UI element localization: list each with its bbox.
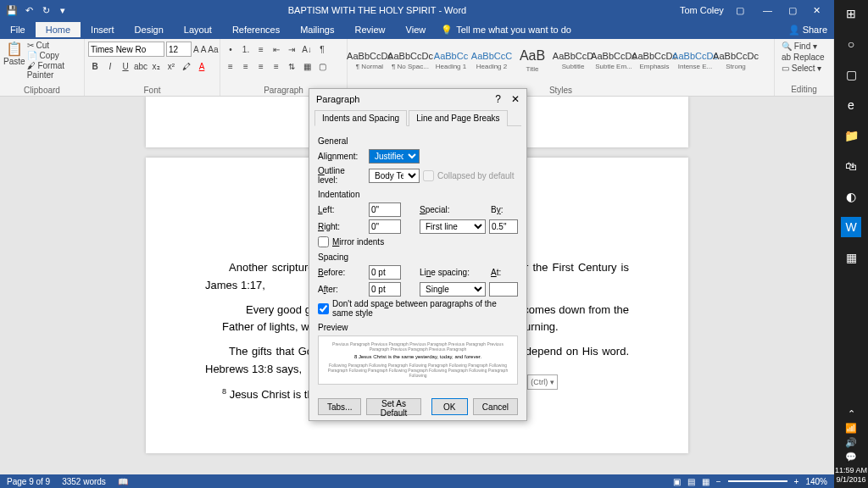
align-right-icon[interactable]: ≡ — [254, 59, 268, 73]
after-input[interactable] — [369, 282, 401, 297]
save-icon[interactable]: 💾 — [5, 3, 19, 17]
tab-home[interactable]: Home — [36, 22, 81, 37]
show-marks-icon[interactable]: ¶ — [315, 42, 329, 56]
bold-button[interactable]: B — [88, 59, 102, 73]
superscript-button[interactable]: x² — [164, 59, 178, 73]
explorer-icon[interactable]: 📁 — [841, 125, 861, 146]
style-item[interactable]: AaBbCcCHeading 2 — [472, 41, 511, 80]
format-painter-button[interactable]: 🖌 Format Painter — [27, 61, 81, 80]
font-color-button[interactable]: A — [195, 59, 209, 73]
shrink-font-icon[interactable]: A — [201, 42, 207, 56]
tabs-button[interactable]: Tabs... — [318, 398, 361, 415]
word-count[interactable]: 3352 words — [62, 477, 106, 486]
spell-check-icon[interactable]: 📖 — [118, 477, 128, 486]
style-item[interactable]: AaBbCcDc¶ No Spac... — [391, 41, 430, 80]
mirror-checkbox[interactable] — [318, 236, 329, 247]
cut-button[interactable]: ✂ Cut — [27, 41, 81, 50]
zoom-level[interactable]: 140% — [805, 477, 827, 486]
special-select[interactable]: First line — [420, 219, 486, 234]
maximize-icon[interactable]: ▢ — [782, 5, 804, 15]
zoom-slider[interactable] — [728, 480, 787, 482]
change-case-icon[interactable]: Aa — [208, 42, 218, 56]
tab-insert[interactable]: Insert — [81, 22, 125, 37]
sort-icon[interactable]: A↓ — [300, 42, 314, 56]
tab-view[interactable]: View — [396, 22, 437, 37]
subscript-button[interactable]: x₂ — [149, 59, 163, 73]
tab-design[interactable]: Design — [125, 22, 174, 37]
italic-button[interactable]: I — [103, 59, 117, 73]
before-input[interactable] — [369, 265, 401, 280]
strike-button[interactable]: abc — [134, 59, 147, 73]
cortana-icon[interactable]: ○ — [841, 34, 861, 54]
numbering-icon[interactable]: 1. — [239, 42, 253, 56]
page-status[interactable]: Page 9 of 9 — [7, 477, 50, 486]
find-button[interactable]: 🔍 Find ▾ — [778, 41, 830, 52]
tab-indents-spacing[interactable]: Indents and Spacing — [314, 110, 407, 126]
tell-me[interactable]: 💡 Tell me what you want to do — [441, 25, 571, 36]
print-layout-icon[interactable]: ▤ — [687, 477, 695, 486]
tab-layout[interactable]: Layout — [174, 22, 222, 37]
font-size-select[interactable] — [166, 42, 192, 57]
app-icon[interactable]: ◐ — [841, 186, 861, 207]
shading-icon[interactable]: ▦ — [300, 59, 314, 73]
line-spacing-select[interactable]: Single — [420, 282, 486, 297]
multilevel-icon[interactable]: ≡ — [254, 42, 268, 56]
style-item[interactable]: AaBTitle — [513, 41, 552, 80]
calculator-icon[interactable]: ▦ — [841, 247, 861, 268]
clock-date[interactable]: 9/1/2016 — [835, 475, 867, 485]
clock-time[interactable]: 11:59 AM — [835, 466, 867, 475]
read-mode-icon[interactable]: ▣ — [673, 477, 681, 486]
style-item[interactable]: AaBbCcHeading 1 — [431, 41, 470, 80]
style-item[interactable]: AaBbCcDcStrong — [716, 41, 755, 80]
tab-line-breaks[interactable]: Line and Page Breaks — [409, 110, 507, 126]
network-icon[interactable]: 📶 — [835, 423, 867, 434]
user-name[interactable]: Tom Coley — [680, 5, 724, 15]
paste-button[interactable]: 📋 Paste — [3, 41, 25, 80]
by-input[interactable] — [489, 219, 518, 234]
share-button[interactable]: 👤 Share — [788, 25, 827, 36]
zoom-in-icon[interactable]: + — [794, 477, 799, 486]
task-view-icon[interactable]: ▢ — [841, 64, 861, 85]
bullets-icon[interactable]: • — [224, 42, 237, 56]
right-indent-input[interactable] — [369, 219, 401, 234]
select-button[interactable]: ▭ Select ▾ — [778, 63, 830, 74]
font-name-select[interactable] — [88, 42, 164, 57]
start-icon[interactable]: ⊞ — [841, 3, 861, 24]
at-input[interactable] — [489, 282, 518, 297]
increase-indent-icon[interactable]: ⇥ — [285, 42, 298, 56]
close-icon[interactable]: ✕ — [806, 5, 827, 15]
borders-icon[interactable]: ▢ — [315, 59, 329, 73]
redo-icon[interactable]: ↻ — [39, 3, 53, 17]
copy-button[interactable]: 📄 Copy — [27, 51, 81, 60]
ok-button[interactable]: OK — [431, 398, 468, 415]
style-item[interactable]: AaBbCcDc¶ Normal — [350, 41, 389, 80]
set-default-button[interactable]: Set As Default — [366, 398, 420, 415]
style-item[interactable]: AaBbCcDcIntense E... — [676, 41, 715, 80]
word-icon[interactable]: W — [841, 217, 861, 237]
tray-chevron-icon[interactable]: ⌃ — [835, 408, 867, 419]
dont-add-checkbox[interactable] — [318, 303, 329, 314]
grow-font-icon[interactable]: A — [193, 42, 199, 56]
qat-more-icon[interactable]: ▾ — [56, 3, 70, 17]
help-icon[interactable]: ? — [495, 93, 501, 105]
undo-icon[interactable]: ↶ — [22, 3, 36, 17]
edge-icon[interactable]: e — [841, 95, 861, 115]
web-layout-icon[interactable]: ▦ — [702, 477, 709, 486]
tab-review[interactable]: Review — [345, 22, 396, 37]
zoom-out-icon[interactable]: − — [716, 477, 721, 486]
decrease-indent-icon[interactable]: ⇤ — [270, 42, 283, 56]
tab-file[interactable]: File — [0, 22, 36, 37]
alignment-select[interactable]: Justified — [369, 149, 420, 164]
line-spacing-icon[interactable]: ⇅ — [285, 59, 298, 73]
ribbon-options-icon[interactable]: ▢ — [736, 5, 744, 16]
close-dialog-icon[interactable]: ✕ — [511, 93, 520, 105]
justify-icon[interactable]: ≡ — [270, 59, 283, 73]
paste-options-button[interactable]: (Ctrl) ▾ — [527, 374, 558, 390]
style-item[interactable]: AaBbCcDcSubtle Em... — [594, 41, 633, 80]
tab-references[interactable]: References — [222, 22, 290, 37]
notifications-icon[interactable]: 💬 — [835, 452, 867, 463]
style-item[interactable]: AaBbCcDcEmphasis — [635, 41, 674, 80]
tab-mailings[interactable]: Mailings — [290, 22, 344, 37]
minimize-icon[interactable]: — — [756, 5, 779, 15]
store-icon[interactable]: 🛍 — [841, 156, 861, 176]
